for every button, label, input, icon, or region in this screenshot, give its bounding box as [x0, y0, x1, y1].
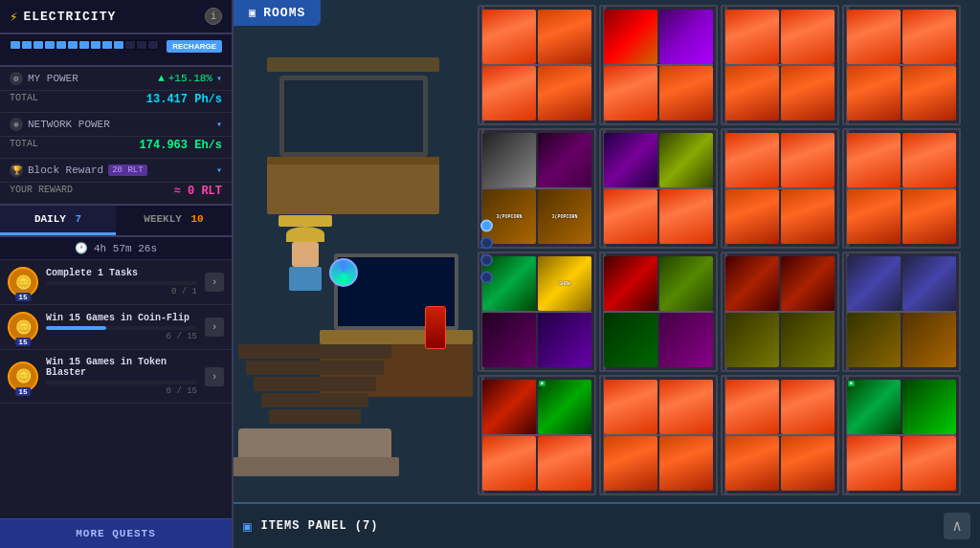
my-power-row: ⚙ My Power ▲ +15.18% ▾ — [0, 67, 232, 91]
rooms-tab-icon: ▣ — [249, 6, 256, 20]
timer-row: 🕐 4h 57m 26s — [0, 237, 232, 260]
trophy-icon: 🏆 — [10, 164, 23, 177]
shelf-item-3-2-4 — [659, 313, 713, 367]
shelf-item-3-4-4 — [902, 313, 956, 367]
electricity-bar-section: RECHARGE — [0, 34, 232, 67]
nav-dot-1[interactable] — [480, 219, 493, 231]
stair-5 — [269, 409, 361, 424]
elec-seg-7 — [79, 41, 89, 49]
shelf-row-1 — [478, 5, 975, 125]
my-power-change: ▲ +15.18% — [158, 73, 212, 84]
shelf-item-4-3-1 — [725, 380, 779, 434]
shelf-item-3-2-1 — [604, 256, 657, 311]
total-power-value: 13.417 Ph/s — [146, 93, 222, 106]
shelf-item-1-4-3 — [847, 66, 901, 121]
shelf-unit-2-3 — [721, 128, 839, 249]
elec-seg-13 — [148, 41, 158, 49]
panel-header: ⚡ ElecTricity i — [0, 0, 232, 34]
total-network-value: 174.963 Eh/s — [140, 139, 222, 152]
quest-track-2 — [46, 326, 197, 330]
shelf-item-1-2-1 — [604, 10, 657, 64]
shelf-item-2-2-1 — [604, 133, 657, 187]
block-reward-chevron[interactable]: ▾ — [216, 164, 222, 176]
shelf-item-2-3-1 — [725, 133, 779, 187]
recharge-button[interactable]: RECHARGE — [167, 40, 222, 53]
nav-dot-2[interactable] — [480, 236, 493, 249]
char-body — [289, 267, 322, 291]
tab-weekly[interactable]: Weekly 10 — [116, 206, 232, 235]
shelf-unit-2-2 — [599, 128, 718, 249]
quest-content-3: Win 15 Games in Token Blaster 0 / 15 — [46, 357, 197, 396]
shelf-unit-1-1 — [478, 5, 596, 125]
shelf-unit-3-1: SHOW — [478, 252, 596, 372]
stair-3 — [254, 377, 376, 391]
shelf-item-4-3-4 — [781, 436, 835, 491]
rooms-tab[interactable]: ▣ Rooms — [234, 0, 321, 26]
elec-seg-8 — [91, 41, 100, 49]
quest-count-1: 0 / 1 — [46, 287, 197, 296]
quest-content-2: Win 15 Games in Coin-Flip 6 / 15 — [46, 313, 197, 341]
badge-green-2: ■ — [848, 381, 855, 386]
stair-1 — [238, 344, 391, 359]
shelf-unit-4-2 — [599, 375, 718, 495]
shelf-item-1-1-4 — [538, 66, 591, 121]
your-reward-label: Your Reward — [10, 185, 73, 198]
shelf-item-2-3-2 — [781, 133, 835, 187]
quest-badge-3: 15 — [15, 387, 31, 396]
info-button[interactable]: i — [205, 8, 222, 25]
nav-dot-4[interactable] — [480, 271, 493, 283]
quest-arrow-3[interactable]: › — [205, 367, 224, 386]
quest-tabs: Daily 7 Weekly 10 — [0, 206, 232, 237]
shelf-item-2-1-4: 3(POPCORN — [538, 189, 591, 244]
quest-arrow-2[interactable]: › — [205, 318, 224, 337]
network-power-chevron[interactable]: ▾ — [216, 119, 222, 130]
stair-4 — [261, 393, 368, 407]
clock-icon: 🕐 — [75, 242, 88, 254]
shelf-item-1-2-4 — [659, 66, 713, 121]
quest-badge-1: 15 — [15, 293, 31, 301]
my-power-icon: ⚙ — [10, 72, 23, 85]
nav-dot-3[interactable] — [480, 253, 493, 266]
shelf-item-2-2-4 — [659, 189, 713, 244]
arrow-up-icon: ▲ — [158, 73, 165, 84]
network-power-label: ⊕ Network Power — [10, 118, 110, 131]
shelf-unit-2-1: 3(POPCORN 3(POPCORN — [478, 128, 596, 249]
elec-seg-2 — [22, 41, 32, 49]
shelf-item-3-1-4 — [538, 313, 591, 367]
daily-badge: 7 — [76, 213, 82, 225]
items-panel-icon: ▣ — [243, 518, 251, 535]
quests-list: 🪙 15 Complete 1 Tasks 0 / 1 › 🪙 15 — [0, 260, 232, 518]
items-panel-chevron[interactable]: ∧ — [944, 513, 970, 539]
more-quests-button[interactable]: More Quests — [0, 518, 232, 548]
stairs-area — [238, 344, 391, 440]
red-barrel — [425, 306, 446, 349]
shelf-top — [267, 57, 439, 72]
quest-fill-2 — [46, 326, 106, 330]
shelf-item-2-1-2 — [538, 133, 591, 187]
network-power-row: ⊕ Network Power ▾ — [0, 113, 232, 137]
badge-green-1: ■ — [539, 381, 546, 386]
shelf-item-3-4-1 — [847, 256, 901, 311]
quest-count-2: 6 / 15 — [46, 332, 197, 341]
electricity-bar — [10, 40, 159, 50]
quest-coin-icon-3: 🪙 — [15, 368, 32, 384]
shelf-item-4-1-3 — [482, 436, 536, 491]
shelf-item-2-3-4 — [781, 189, 835, 244]
shelf-item-4-4-2 — [902, 380, 956, 434]
shelf-item-4-2-4 — [659, 436, 713, 491]
shelf-row-3: SHOW — [478, 252, 975, 372]
shelves-container: 3(POPCORN 3(POPCORN — [478, 5, 975, 502]
shelf-item-4-2-3 — [604, 436, 657, 491]
quest-arrow-1[interactable]: › — [205, 273, 224, 292]
elec-seg-6 — [68, 41, 78, 49]
shelf-item-1-1-3 — [482, 66, 536, 121]
shelf-item-3-4-2 — [902, 256, 956, 311]
quest-badge-2: 15 — [15, 338, 31, 346]
tab-daily[interactable]: Daily 7 — [0, 206, 116, 235]
elec-seg-11 — [125, 41, 135, 49]
my-power-chevron[interactable]: ▾ — [216, 73, 222, 84]
shelf-item-3-1-2: SHOW — [538, 256, 591, 311]
total-network-label: Total — [10, 139, 38, 152]
game-room: 3(POPCORN 3(POPCORN — [234, 0, 980, 502]
shelf-item-3-4-3 — [847, 313, 901, 367]
